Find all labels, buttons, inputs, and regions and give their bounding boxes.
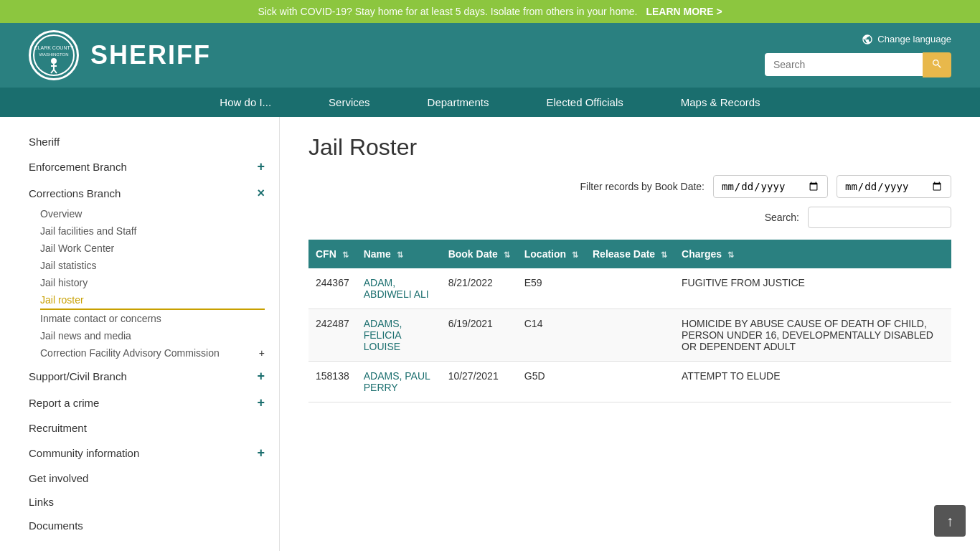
svg-point-3 [51,58,57,64]
sort-cfn-icon: ⇅ [342,250,349,259]
sort-book-date-icon: ⇅ [504,250,510,259]
sort-location-icon: ⇅ [572,250,578,259]
sidebar-section-documents: Documents [29,515,265,536]
sidebar-item-correction-facility[interactable]: Correction Facility Advisory Commission [40,344,259,362]
sidebar-item-jail-roster[interactable]: Jail roster [40,291,265,310]
cell-charges-2: ATTEMPT TO ELUDE [674,362,951,402]
sidebar-section-corrections: Corrections Branch × Overview Jail facil… [29,182,265,362]
table-row: 242487 ADAMS, FELICIA LOUISE 6/19/2021 C… [308,309,951,362]
sidebar-item-jail-news[interactable]: Jail news and media [40,327,265,344]
sidebar-section-get-involved: Get involved [29,468,265,489]
scroll-top-button[interactable]: ↑ [934,505,966,537]
cell-cfn-0: 244367 [308,268,357,309]
expand-support-icon: + [257,369,265,384]
page-title: Jail Roster [308,134,951,161]
filter-row: Filter records by Book Date: [308,175,951,198]
header-search-bar [765,52,951,77]
header-left: CLARK COUNTY WASHINGTON SHERIFF [29,30,211,80]
cell-location-1: C14 [517,309,585,362]
logo-circle: CLARK COUNTY WASHINGTON [29,30,79,80]
table-search-label: Search: [765,212,799,223]
sidebar-item-corrections-branch[interactable]: Corrections Branch × [29,182,265,205]
table-search-row: Search: [308,207,951,228]
sort-release-date-icon: ⇅ [661,250,667,259]
inmate-link-0[interactable]: ADAM, ABDIWELI ALI [364,277,429,300]
sidebar-section-enforcement: Enforcement Branch + [29,155,265,179]
nav-item-maps-records[interactable]: Maps & Records [652,88,789,117]
sidebar-item-jail-history[interactable]: Jail history [40,274,265,291]
sidebar-item-sheriff[interactable]: Sheriff [29,131,265,152]
sheriff-title: SHERIFF [90,40,211,70]
sidebar-section-community: Community information + [29,441,265,465]
search-icon [931,58,943,70]
change-language-button[interactable]: Change language [862,34,951,45]
nav-item-elected-officials[interactable]: Elected Officials [517,88,651,117]
sidebar-section-report: Report a crime + [29,391,265,415]
sidebar-item-jail-facilities[interactable]: Jail facilities and Staff [40,222,265,240]
cell-release-date-2 [585,362,674,402]
book-date-start-input[interactable] [713,175,828,198]
sidebar-section-links: Links [29,491,265,512]
cell-location-0: E59 [517,268,585,309]
sidebar-item-support-civil[interactable]: Support/Civil Branch + [29,364,265,388]
sort-name-icon: ⇅ [397,250,403,259]
covid-banner: Sick with COVID-19? Stay home for at lea… [0,0,980,23]
covid-text: Sick with COVID-19? Stay home for at lea… [258,6,637,17]
col-charges[interactable]: Charges ⇅ [674,240,951,268]
col-location[interactable]: Location ⇅ [517,240,585,268]
sidebar-item-links[interactable]: Links [29,491,265,512]
expand-community-icon: + [257,446,265,461]
sidebar-item-inmate-contact[interactable]: Inmate contact or concerns [40,310,265,327]
expand-enforcement-icon: + [257,159,265,174]
main-nav: How do I... Services Departments Elected… [0,88,980,117]
sidebar-item-recruitment[interactable]: Recruitment [29,418,265,438]
cell-book-date-1: 6/19/2021 [441,309,517,362]
sidebar-item-report-crime[interactable]: Report a crime + [29,391,265,415]
book-date-end-input[interactable] [837,175,951,198]
nav-item-services[interactable]: Services [300,88,399,117]
expand-facility-icon: + [259,347,265,359]
col-name[interactable]: Name ⇅ [357,240,441,268]
cell-location-2: G5D [517,362,585,402]
table-row: 158138 ADAMS, PAUL PERRY 10/27/2021 G5D … [308,362,951,402]
inmate-link-1[interactable]: ADAMS, FELICIA LOUISE [364,318,402,352]
corrections-sub-items: Overview Jail facilities and Staff Jail … [29,205,265,362]
cell-charges-0: FUGITIVE FROM JUSTICE [674,268,951,309]
sidebar-item-community[interactable]: Community information + [29,441,265,465]
sidebar-item-enforcement-branch[interactable]: Enforcement Branch + [29,155,265,179]
header: CLARK COUNTY WASHINGTON SHERIFF Change l… [0,23,980,88]
cell-cfn-1: 242487 [308,309,357,362]
table-header: CFN ⇅ Name ⇅ Book Date ⇅ Location ⇅ [308,240,951,268]
filter-label: Filter records by Book Date: [580,181,705,192]
nav-item-how-do-i[interactable]: How do I... [191,88,300,117]
expand-report-icon: + [257,395,265,410]
header-search-input[interactable] [765,53,923,76]
col-book-date[interactable]: Book Date ⇅ [441,240,517,268]
cell-name-1: ADAMS, FELICIA LOUISE [357,309,441,362]
cell-book-date-2: 10/27/2021 [441,362,517,402]
table-search-input[interactable] [808,207,951,228]
roster-tbody: 244367 ADAM, ABDIWELI ALI 8/21/2022 E59 … [308,268,951,402]
globe-icon [862,34,873,45]
inmate-link-2[interactable]: ADAMS, PAUL PERRY [364,370,430,393]
cell-name-2: ADAMS, PAUL PERRY [357,362,441,402]
col-release-date[interactable]: Release Date ⇅ [585,240,674,268]
sidebar-section-recruitment: Recruitment [29,418,265,438]
sidebar-item-get-involved[interactable]: Get involved [29,468,265,489]
header-search-button[interactable] [923,52,951,77]
svg-text:CLARK COUNTY: CLARK COUNTY [34,45,74,50]
svg-line-7 [54,70,57,73]
nav-item-departments[interactable]: Departments [399,88,518,117]
learn-more-link[interactable]: LEARN MORE > [646,6,722,17]
sort-charges-icon: ⇅ [727,250,734,259]
sidebar-item-jail-work-center[interactable]: Jail Work Center [40,240,265,257]
sidebar-item-jail-statistics[interactable]: Jail statistics [40,257,265,274]
sidebar: Sheriff Enforcement Branch + Corrections… [0,117,280,551]
sidebar-item-overview[interactable]: Overview [40,205,265,222]
cell-cfn-2: 158138 [308,362,357,402]
cell-charges-1: HOMICIDE BY ABUSE CAUSE OF DEATH OF CHIL… [674,309,951,362]
header-right: Change language [765,34,951,77]
roster-table: CFN ⇅ Name ⇅ Book Date ⇅ Location ⇅ [308,240,951,402]
sidebar-item-documents[interactable]: Documents [29,515,265,536]
col-cfn[interactable]: CFN ⇅ [308,240,357,268]
